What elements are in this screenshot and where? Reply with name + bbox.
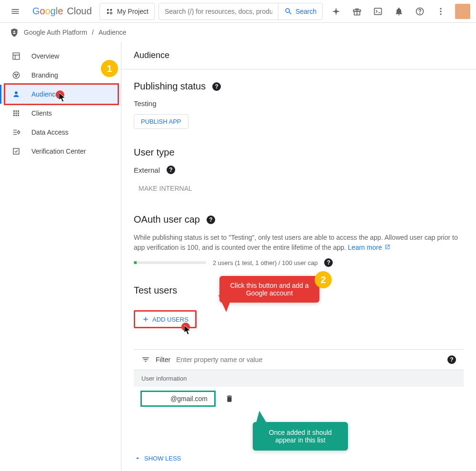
branding-icon bbox=[11, 71, 21, 79]
menu-icon[interactable] bbox=[6, 2, 25, 21]
filter-input[interactable] bbox=[176, 356, 442, 363]
avatar[interactable] bbox=[455, 4, 470, 19]
svg-rect-25 bbox=[13, 115, 15, 116]
help-icon[interactable]: ? bbox=[324, 258, 333, 267]
help-icon[interactable]: ? bbox=[447, 355, 456, 364]
publish-app-button[interactable]: PUBLISH APP bbox=[134, 114, 188, 129]
svg-rect-13 bbox=[13, 53, 20, 59]
sidebar-item-clients[interactable]: Clients bbox=[0, 104, 121, 123]
verification-icon bbox=[11, 147, 21, 156]
sidebar-item-label: Verification Center bbox=[31, 147, 86, 155]
svg-rect-21 bbox=[18, 110, 19, 112]
search-icon bbox=[284, 7, 293, 16]
annotation-dot bbox=[56, 90, 64, 99]
user-type-section: User type External ? MAKE INTERNAL bbox=[134, 147, 464, 196]
svg-rect-24 bbox=[18, 113, 19, 114]
user-email-cell: @gmail.com bbox=[140, 391, 216, 407]
table-header: User information bbox=[134, 370, 464, 387]
more-icon[interactable] bbox=[431, 2, 450, 21]
svg-point-18 bbox=[15, 91, 18, 94]
help-icon[interactable]: ? bbox=[207, 216, 215, 224]
project-name: My Project bbox=[117, 8, 149, 15]
filter-bar: Filter ? bbox=[134, 349, 464, 370]
breadcrumb: Google Auth Platform / Audience bbox=[0, 23, 476, 42]
search-input[interactable] bbox=[159, 8, 278, 15]
filter-icon bbox=[141, 355, 150, 364]
sidebar-item-label: Data Access bbox=[31, 128, 69, 136]
svg-point-10 bbox=[440, 10, 441, 12]
top-header: Google Cloud My Project Search bbox=[0, 0, 476, 23]
svg-point-15 bbox=[15, 74, 16, 75]
svg-point-9 bbox=[440, 8, 441, 9]
add-users-label: ADD USERS bbox=[152, 316, 188, 323]
svg-rect-6 bbox=[375, 8, 382, 14]
terminal-icon[interactable] bbox=[368, 2, 387, 21]
section-heading: User type bbox=[134, 147, 175, 158]
svg-point-1 bbox=[110, 9, 112, 10]
search-bar: Search bbox=[159, 3, 323, 20]
svg-point-17 bbox=[16, 76, 17, 77]
help-icon[interactable]: ? bbox=[212, 82, 221, 91]
svg-point-11 bbox=[440, 13, 441, 15]
publishing-status-section: Publishing status ? Testing PUBLISH APP bbox=[134, 81, 464, 129]
svg-point-8 bbox=[420, 13, 420, 13]
annotation-badge-2: 2 bbox=[315, 271, 332, 288]
chevron-up-icon bbox=[134, 454, 141, 462]
svg-point-2 bbox=[107, 12, 109, 14]
plus-icon bbox=[142, 315, 149, 323]
gemini-icon[interactable] bbox=[327, 2, 346, 21]
filter-label: Filter bbox=[156, 356, 170, 363]
annotation-callout-red: Click this button and add a Google accou… bbox=[219, 276, 319, 303]
svg-point-28 bbox=[18, 131, 20, 134]
svg-point-3 bbox=[110, 12, 112, 14]
svg-rect-19 bbox=[13, 110, 15, 112]
sidebar-item-label: Branding bbox=[31, 71, 58, 79]
logo-cloud-text: Cloud bbox=[67, 6, 92, 17]
learn-more-link[interactable]: Learn more bbox=[348, 244, 390, 251]
notifications-icon[interactable] bbox=[389, 2, 408, 21]
page-header: Audience bbox=[121, 42, 476, 69]
svg-point-14 bbox=[13, 72, 20, 78]
page-title: Audience bbox=[134, 50, 464, 60]
data-access-icon bbox=[11, 128, 21, 137]
svg-point-12 bbox=[13, 31, 15, 32]
breadcrumb-current: Audience bbox=[99, 29, 126, 36]
section-heading: Test users bbox=[134, 285, 177, 296]
svg-rect-26 bbox=[16, 115, 17, 116]
svg-rect-22 bbox=[13, 113, 15, 114]
external-link-icon bbox=[385, 244, 390, 250]
svg-rect-20 bbox=[16, 110, 17, 112]
help-icon[interactable]: ? bbox=[167, 166, 175, 174]
test-users-section: Test users ADD USERS Click this button a… bbox=[134, 285, 464, 463]
publishing-status-value: Testing bbox=[134, 99, 464, 108]
user-type-value: External bbox=[134, 166, 160, 174]
shield-icon bbox=[10, 28, 19, 37]
sidebar-item-data-access[interactable]: Data Access bbox=[0, 123, 121, 142]
oauth-cap-section: OAuth user cap ? While publishing status… bbox=[134, 214, 464, 267]
oauth-progress-text: 2 users (1 test, 1 other) / 100 user cap bbox=[213, 259, 317, 266]
help-icon[interactable] bbox=[410, 2, 429, 21]
make-internal-button[interactable]: MAKE INTERNAL bbox=[134, 181, 197, 196]
section-heading: Publishing status bbox=[134, 81, 206, 92]
breadcrumb-root[interactable]: Google Auth Platform bbox=[24, 29, 87, 36]
search-button[interactable]: Search bbox=[278, 3, 322, 20]
sidebar-item-label: Clients bbox=[31, 109, 52, 117]
oauth-desc: While publishing status is set to "Testi… bbox=[134, 234, 458, 251]
gift-icon[interactable] bbox=[347, 2, 367, 21]
svg-rect-29 bbox=[13, 148, 19, 154]
annotation-dot bbox=[181, 323, 190, 331]
project-icon bbox=[106, 8, 113, 15]
trash-icon[interactable] bbox=[225, 394, 234, 403]
sidebar-item-verification[interactable]: Verification Center bbox=[0, 142, 121, 161]
annotation-badge-1: 1 bbox=[101, 60, 118, 77]
audience-icon bbox=[11, 90, 21, 98]
google-cloud-logo[interactable]: Google Cloud bbox=[29, 6, 96, 17]
sidebar-item-label: Audience bbox=[31, 90, 59, 98]
main-content: Audience Publishing status ? Testing PUB… bbox=[121, 42, 476, 471]
show-less-button[interactable]: SHOW LESS bbox=[134, 454, 181, 462]
svg-point-16 bbox=[17, 74, 18, 75]
svg-rect-23 bbox=[16, 113, 17, 114]
search-button-label: Search bbox=[296, 8, 317, 15]
project-selector-button[interactable]: My Project bbox=[99, 3, 155, 20]
clients-icon bbox=[11, 109, 21, 118]
